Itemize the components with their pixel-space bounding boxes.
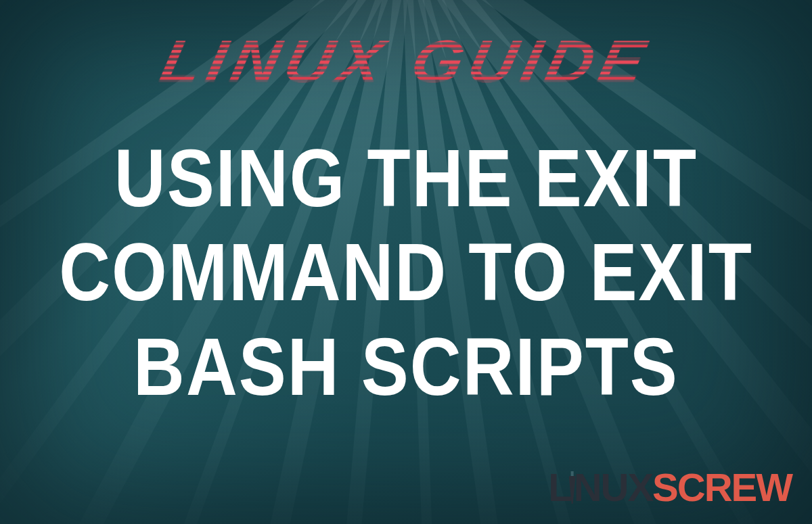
watermark-text-screw: SCREW	[652, 465, 792, 509]
banner-container: LINUX GUIDE USING THE EXIT COMMAND TO EX…	[0, 0, 812, 524]
category-title: LINUX GUIDE	[155, 27, 657, 96]
watermark-text-linux-nux: NUX	[574, 465, 652, 509]
article-headline: USING THE EXIT COMMAND TO EXIT BASH SCRI…	[0, 132, 812, 414]
site-watermark: LNUXSCREW	[548, 465, 792, 510]
watermark-text-linux-l: L	[548, 465, 570, 509]
